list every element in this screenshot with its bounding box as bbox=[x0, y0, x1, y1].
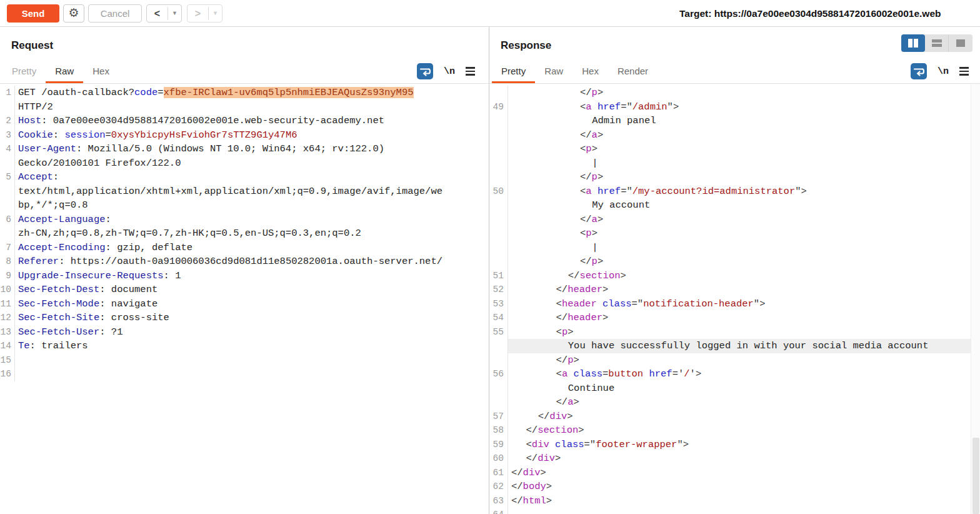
token: > bbox=[598, 214, 603, 225]
code-line: You have successfully logged in with you… bbox=[489, 339, 980, 353]
line-number bbox=[489, 86, 508, 100]
line-content: Sec-Fetch-Site: cross-site bbox=[15, 311, 489, 325]
back-arrow[interactable]: < bbox=[147, 5, 168, 22]
line-content: Sec-Fetch-Dest: document bbox=[15, 283, 489, 297]
response-scrollbar[interactable] bbox=[971, 84, 980, 514]
panel-menu-icon[interactable] bbox=[466, 67, 475, 76]
response-tabs: PrettyRawHexRender bbox=[492, 62, 658, 83]
line-content: Accept: bbox=[15, 170, 489, 184]
cancel-button[interactable]: Cancel bbox=[88, 4, 142, 23]
code-line: 6Accept-Language: bbox=[0, 213, 489, 227]
token: section bbox=[579, 270, 620, 281]
token: Continue bbox=[568, 383, 614, 394]
token: class bbox=[602, 298, 632, 310]
token: text/html,application/xhtml+xml,applicat… bbox=[18, 186, 442, 197]
tab-hex[interactable]: Hex bbox=[572, 62, 608, 83]
send-button[interactable]: Send bbox=[7, 4, 59, 23]
request-tabs: PrettyRawHex bbox=[2, 62, 119, 83]
token: > bbox=[555, 453, 561, 464]
request-header-icons: \n bbox=[417, 63, 475, 79]
code-line: 9Upgrade-Insecure-Requests: 1 bbox=[0, 269, 489, 283]
tab-raw[interactable]: Raw bbox=[535, 62, 572, 83]
line-content bbox=[508, 508, 971, 514]
code-line: </a> bbox=[489, 128, 980, 143]
word-wrap-icon[interactable] bbox=[911, 63, 927, 79]
layout-columns-icon[interactable] bbox=[901, 34, 925, 52]
token: 0xysYbicpyHsFviohGr7sTTZ9G1y47M6 bbox=[111, 129, 298, 141]
history-back-button[interactable]: < ▼ bbox=[146, 4, 182, 23]
token: '> bbox=[690, 368, 702, 380]
token: = bbox=[106, 129, 111, 141]
line-content: Upgrade-Insecure-Requests: 1 bbox=[15, 269, 489, 283]
line-content: </div> bbox=[508, 451, 971, 466]
response-viewer[interactable]: </p>49<a href="/admin">Admin panel</a><p… bbox=[489, 84, 980, 514]
token: Sec-Fetch-Dest bbox=[18, 284, 99, 295]
token: < bbox=[580, 228, 586, 239]
token: </ bbox=[538, 411, 550, 422]
token: : bbox=[53, 171, 59, 183]
line-content: Host: 0a7e00ee0304d95881472016002e001e.w… bbox=[15, 114, 489, 128]
token: </ bbox=[580, 87, 592, 98]
tab-raw[interactable]: Raw bbox=[46, 62, 83, 83]
line-number bbox=[489, 353, 508, 368]
tab-pretty[interactable]: Pretty bbox=[492, 62, 535, 83]
token bbox=[592, 186, 598, 197]
back-dropdown-caret-icon[interactable]: ▼ bbox=[168, 5, 181, 22]
token: > bbox=[598, 129, 603, 141]
code-line: 12Sec-Fetch-Site: cross-site bbox=[0, 311, 489, 325]
token: Upgrade-Insecure-Requests bbox=[18, 270, 164, 281]
token: =" bbox=[621, 101, 632, 113]
code-line: 52</header> bbox=[489, 283, 980, 297]
token: User-Agent bbox=[18, 143, 76, 154]
token: /my-account?id=administrator bbox=[632, 186, 795, 197]
request-header: Request PrettyRawHex \n bbox=[0, 27, 489, 84]
request-editor[interactable]: 1GET /oauth-callback?code=xfbe-IRClaw1-u… bbox=[0, 84, 489, 514]
show-newlines-icon[interactable]: \n bbox=[938, 66, 949, 77]
line-content: <div class="footer-wrapper"> bbox=[508, 438, 971, 452]
token: zh-CN,zh;q=0.8,zh-TW;q=0.7,zh-HK;q=0.5,e… bbox=[18, 228, 361, 239]
token: div bbox=[538, 453, 555, 464]
token: "> bbox=[668, 101, 679, 113]
code-line: </p> bbox=[489, 353, 980, 368]
token: > bbox=[546, 481, 552, 492]
token: > bbox=[621, 270, 626, 281]
panel-menu-icon[interactable] bbox=[959, 67, 969, 76]
tab-hex[interactable]: Hex bbox=[83, 62, 119, 83]
code-line: <p> bbox=[489, 226, 980, 241]
line-content: Continue bbox=[508, 381, 971, 396]
line-number: 59 bbox=[489, 438, 508, 452]
token: > bbox=[598, 171, 603, 183]
token: Sec-Fetch-User bbox=[18, 326, 99, 338]
code-line: text/html,application/xhtml+xml,applicat… bbox=[0, 184, 489, 199]
token: > bbox=[578, 425, 584, 436]
token: div bbox=[532, 439, 549, 450]
tab-pretty[interactable]: Pretty bbox=[2, 62, 46, 83]
line-number bbox=[489, 213, 508, 227]
token: a bbox=[562, 368, 568, 380]
token: / bbox=[684, 368, 689, 380]
code-line: 13Sec-Fetch-User: ?1 bbox=[0, 325, 489, 340]
show-newlines-icon[interactable]: \n bbox=[444, 66, 455, 77]
token: > bbox=[573, 355, 579, 366]
toolbar: Send ⚙ Cancel < ▼ > ▼ Target: https://0a… bbox=[0, 0, 980, 27]
token: href bbox=[598, 186, 621, 197]
layout-single-icon[interactable] bbox=[949, 34, 972, 52]
word-wrap-icon[interactable] bbox=[417, 63, 433, 79]
token: < bbox=[526, 439, 532, 450]
token: p bbox=[586, 228, 591, 239]
gear-icon[interactable]: ⚙ bbox=[63, 4, 84, 23]
line-number bbox=[0, 100, 15, 114]
code-line: 58</section> bbox=[489, 423, 980, 438]
token: button bbox=[608, 368, 643, 380]
scrollbar-thumb[interactable] bbox=[972, 438, 979, 514]
token: Accept bbox=[18, 171, 53, 183]
tab-render[interactable]: Render bbox=[608, 62, 658, 83]
layout-rows-icon[interactable] bbox=[925, 34, 949, 52]
line-number bbox=[0, 184, 15, 199]
line-number: 51 bbox=[489, 269, 508, 283]
line-content: | bbox=[508, 156, 971, 171]
token: </ bbox=[526, 425, 538, 436]
line-content: <a href="/my-account?id=administrator"> bbox=[508, 184, 971, 199]
line-content: text/html,application/xhtml+xml,applicat… bbox=[15, 184, 489, 199]
code-line: 11Sec-Fetch-Mode: navigate bbox=[0, 297, 489, 311]
